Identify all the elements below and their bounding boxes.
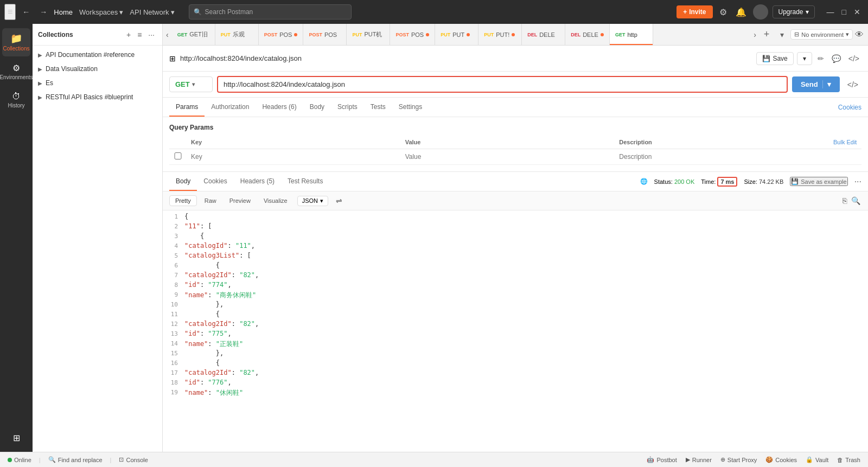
nav-forward-button[interactable]: → — [36, 5, 50, 18]
line-number: 9 — [163, 291, 184, 300]
tab-del-1[interactable]: DEL DELE — [522, 24, 565, 45]
fmt-visualize[interactable]: Visualize — [258, 196, 293, 206]
invite-button[interactable]: + Invite — [676, 5, 712, 18]
edit-icon[interactable]: ✏ — [815, 52, 826, 65]
statusbar: Online | 🔍 Find and replace | ⊡ Console … — [0, 452, 868, 467]
resp-tab-cookies[interactable]: Cookies — [197, 172, 233, 191]
collection-item-restful[interactable]: ▶ RESTful API Basics #blueprint — [33, 90, 162, 104]
save-dropdown-button[interactable]: ▾ — [797, 52, 812, 65]
hamburger-icon[interactable]: ≡ — [4, 4, 16, 20]
nav-back-button[interactable]: ← — [19, 5, 33, 18]
tab-post-1[interactable]: POST POS — [259, 24, 304, 45]
api-network-link[interactable]: API Network ▾ — [130, 8, 174, 16]
tab-settings[interactable]: Settings — [392, 98, 429, 117]
home-link[interactable]: Home — [54, 8, 73, 16]
collection-item-data-viz[interactable]: ▶ Data Visualization — [33, 62, 162, 76]
online-status[interactable]: Online — [4, 457, 35, 463]
tab-scripts[interactable]: Scripts — [331, 98, 364, 117]
bell-icon[interactable]: 🔔 — [733, 5, 749, 20]
upgrade-button[interactable]: Upgrade ▾ — [773, 5, 815, 18]
sidebar-item-history[interactable]: ⏱ History — [2, 87, 30, 113]
console-button[interactable]: ⊡ Console — [116, 456, 151, 463]
send-dropdown-icon[interactable]: ▾ — [822, 80, 831, 88]
filter-collections-button[interactable]: ≡ — [135, 29, 144, 40]
runner-button[interactable]: ▶ Runner — [682, 456, 715, 463]
wrap-icon[interactable]: ⇌ — [330, 195, 348, 207]
line-content: "id": "776", — [184, 379, 868, 388]
workspaces-link[interactable]: Workspaces ▾ — [79, 8, 123, 16]
tab-post-3[interactable]: POST POS — [390, 24, 435, 45]
format-selector[interactable]: JSON ▾ — [297, 196, 328, 206]
more-collections-button[interactable]: ··· — [146, 29, 157, 40]
tab-put-exclaim[interactable]: PUT PUT! — [478, 24, 522, 45]
json-key: "catalog2Id" — [184, 369, 232, 376]
method-selector[interactable]: GET ▾ — [169, 76, 213, 92]
collection-item-es[interactable]: ▶ Es — [33, 76, 162, 90]
tab-authorization[interactable]: Authorization — [205, 98, 256, 117]
tab-method-label: PUT — [352, 32, 362, 37]
fmt-pretty[interactable]: Pretty — [169, 195, 197, 206]
vault-button[interactable]: 🔒 Vault — [802, 456, 832, 463]
close-button[interactable]: ✕ — [851, 5, 864, 18]
param-desc-input[interactable] — [619, 153, 825, 161]
tab-post-2[interactable]: POST POS — [303, 24, 347, 45]
start-proxy-button[interactable]: ⊕ Start Proxy — [717, 456, 760, 463]
tab-list-button[interactable]: ▾ — [777, 30, 787, 39]
resp-tab-body[interactable]: Body — [169, 172, 197, 191]
environment-selector[interactable]: ⊟ No environment ▾ — [790, 29, 853, 40]
sidebar-item-apps[interactable]: ⊞ — [2, 428, 30, 447]
eye-icon[interactable]: 👁 — [853, 28, 866, 42]
save-button[interactable]: 💾 Save — [756, 52, 793, 65]
tab-tests[interactable]: Tests — [364, 98, 392, 117]
send-button[interactable]: Send ▾ — [792, 76, 840, 92]
tab-name: http — [627, 31, 637, 38]
tab-scroll-right[interactable]: › — [750, 24, 760, 45]
fmt-raw[interactable]: Raw — [199, 196, 222, 206]
tab-headers[interactable]: Headers (6) — [256, 98, 303, 117]
sidebar-item-collections[interactable]: 📁 Collections — [2, 28, 30, 56]
json-punctuation: { — [184, 213, 188, 220]
cookies-link[interactable]: Cookies — [838, 104, 861, 111]
statusbar-right: 🤖 Postbot ▶ Runner ⊕ Start Proxy 🍪 Cooki… — [643, 456, 864, 463]
tab-body[interactable]: Body — [303, 98, 331, 117]
minimize-button[interactable]: — — [824, 5, 838, 18]
status-label: Status: 200 OK — [654, 178, 695, 185]
tab-params[interactable]: Params — [169, 98, 205, 117]
search-bar[interactable]: 🔍 Search Postman — [189, 4, 352, 20]
collection-item-api-docs[interactable]: ▶ API Documentation #reference — [33, 48, 162, 62]
code-icon[interactable]: </> — [846, 52, 861, 65]
avatar[interactable] — [753, 4, 768, 20]
tab-scroll-left[interactable]: ‹ — [163, 24, 172, 45]
trash-button[interactable]: 🗑 Trash — [834, 456, 864, 463]
add-collection-button[interactable]: + — [124, 29, 133, 40]
tab-method-label: GET — [177, 32, 188, 37]
copy-response-button[interactable]: ⎘ — [841, 195, 848, 206]
search-response-button[interactable]: 🔍 — [850, 195, 861, 206]
tab-put-machine[interactable]: PUT PUT机 — [347, 24, 390, 45]
tab-get-http[interactable]: GET http — [610, 24, 653, 45]
param-value-input[interactable] — [405, 153, 611, 161]
param-key-input[interactable] — [191, 153, 397, 161]
right-sidebar-toggle[interactable]: </> — [844, 78, 861, 91]
param-checkbox[interactable] — [174, 152, 182, 159]
url-input[interactable] — [217, 76, 788, 93]
maximize-button[interactable]: □ — [839, 5, 850, 18]
settings-icon[interactable]: ⚙ — [717, 5, 729, 20]
tab-get-old[interactable]: GET GET旧 — [172, 24, 215, 45]
resp-tab-test-results[interactable]: Test Results — [281, 172, 329, 191]
tab-del-2[interactable]: DEL DELE — [565, 24, 610, 45]
tab-put-1[interactable]: PUT PUT — [435, 24, 478, 45]
comment-icon[interactable]: 💬 — [829, 52, 843, 65]
bulk-edit-button[interactable]: Bulk Edit — [833, 139, 857, 145]
fmt-preview[interactable]: Preview — [224, 196, 256, 206]
response-more-button[interactable]: ··· — [854, 177, 861, 187]
resp-tab-headers[interactable]: Headers (5) — [234, 172, 281, 191]
save-example-button[interactable]: 💾 Save as example — [790, 177, 847, 186]
add-tab-button[interactable]: + — [760, 24, 774, 45]
value-header: Value — [401, 136, 615, 149]
sidebar-item-environments[interactable]: ⚙ Environments — [2, 59, 30, 85]
cookies-status-button[interactable]: 🍪 Cookies — [762, 456, 800, 463]
find-replace-button[interactable]: 🔍 Find and replace — [45, 456, 106, 463]
postbot-button[interactable]: 🤖 Postbot — [643, 456, 680, 463]
tab-put-optimistic[interactable]: PUT 乐观 — [215, 24, 259, 45]
